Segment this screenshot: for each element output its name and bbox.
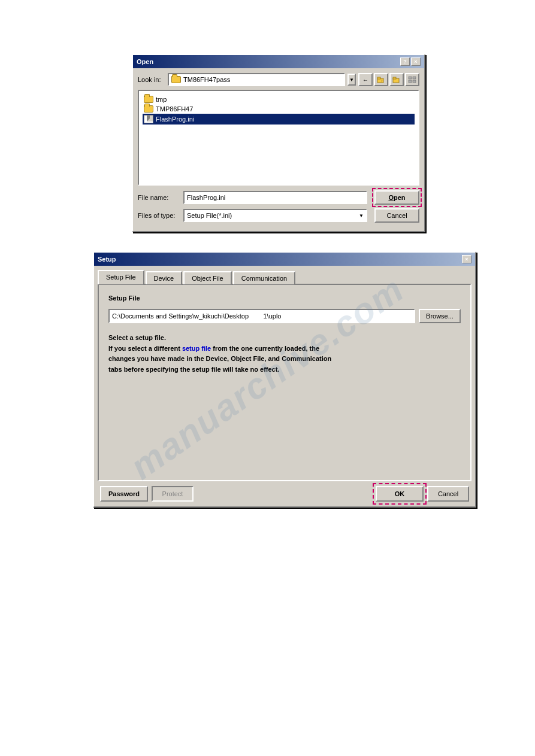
open-button[interactable]: Open [374, 190, 419, 205]
folder-icon [144, 96, 153, 103]
filetype-row: Files of type: Setup File(*.ini) ▼ Cance… [138, 208, 419, 223]
tab-bar: Setup File Device Object File Communicat… [94, 266, 475, 284]
tab-setup-file[interactable]: Setup File [98, 270, 144, 284]
new-folder-button[interactable] [389, 73, 404, 86]
info-line3: changes you have made in the Device, Obj… [108, 354, 461, 365]
svg-rect-7 [409, 80, 412, 83]
list-item[interactable]: FlashProg.ini [143, 114, 415, 125]
info-line1: Select a setup file. [108, 333, 461, 344]
protect-button-label: Protect [162, 490, 183, 497]
open-dialog-body: Look in: TM86FH47pass ▼ ← ↑ [133, 68, 424, 231]
svg-rect-4 [393, 77, 396, 79]
setup-dialog-title: Setup [98, 256, 116, 263]
svg-rect-8 [413, 80, 416, 83]
info-text: Select a setup file. If you select a dif… [108, 333, 461, 375]
setup-cancel-button-label: Cancel [438, 490, 458, 497]
close-button[interactable]: × [411, 57, 421, 66]
tab-communication[interactable]: Communication [233, 271, 295, 284]
folder-icon [171, 76, 181, 83]
setup-file-path-input[interactable] [108, 309, 415, 323]
password-button-label: Password [108, 490, 140, 497]
view-toggle-button[interactable] [405, 73, 419, 86]
open-dialog-title: Open [137, 58, 153, 65]
button-column-2: Cancel [374, 208, 419, 223]
svg-text:↑: ↑ [381, 78, 383, 83]
help-button[interactable]: ? [400, 57, 410, 66]
file-name: FlashProg.ini [156, 116, 194, 123]
setup-file-input-row: Browse... [108, 309, 461, 323]
file-list: tmp TMP86FH47 FlashProg.ini [138, 90, 419, 186]
up-folder-button[interactable]: ↑ [374, 73, 388, 86]
open-dialog: Open ? × Look in: TM86FH47pass ▼ ← ↑ [132, 54, 425, 232]
filename-input[interactable] [183, 191, 367, 204]
lookin-dropdown[interactable]: TM86FH47pass [168, 73, 345, 86]
back-button[interactable]: ← [358, 73, 373, 86]
filename-row: File name: Open [138, 190, 419, 205]
filetype-arrow: ▼ [359, 213, 364, 218]
svg-rect-1 [377, 77, 380, 79]
setup-dialog: Setup × Setup File Device Object File Co… [93, 251, 476, 508]
filetype-value: Setup File(*.ini) [187, 212, 359, 219]
ok-button[interactable]: OK [376, 486, 424, 502]
folder-icon [144, 105, 153, 113]
setup-cancel-button[interactable]: Cancel [427, 486, 469, 502]
info-line2: If you select a different setup file fro… [108, 344, 461, 354]
browse-button[interactable]: Browse... [419, 309, 461, 323]
svg-rect-5 [409, 77, 412, 79]
setup-titlebar-controls: × [462, 255, 471, 263]
protect-button: Protect [152, 486, 194, 502]
setup-close-button[interactable]: × [462, 255, 471, 263]
file-name: tmp [156, 96, 167, 103]
bottom-bar: Password Protect OK Cancel [94, 481, 475, 506]
tab-object-file[interactable]: Object File [183, 271, 232, 284]
tab-communication-label: Communication [241, 275, 287, 282]
tab-device[interactable]: Device [146, 271, 183, 284]
tab-content-panel: Setup File Browse... Select a setup file… [98, 284, 471, 481]
button-column: Open [374, 190, 419, 205]
tab-setup-file-label: Setup File [106, 274, 136, 281]
ok-button-label: OK [395, 490, 405, 497]
cancel-button[interactable]: Cancel [374, 208, 419, 223]
lookin-dropdown-arrow[interactable]: ▼ [347, 74, 356, 86]
password-button[interactable]: Password [100, 486, 148, 502]
filetype-label: Files of type: [138, 212, 180, 219]
open-dialog-titlebar: Open ? × [133, 55, 424, 68]
open-button-label: Open [388, 194, 405, 201]
setup-dialog-titlebar: Setup × [94, 253, 475, 266]
tab-device-label: Device [154, 275, 174, 282]
section-title: Setup File [108, 294, 461, 302]
filetype-select[interactable]: Setup File(*.ini) ▼ [183, 209, 367, 222]
tab-object-file-label: Object File [192, 275, 223, 282]
lookin-label: Look in: [138, 76, 165, 83]
file-name: TMP86FH47 [156, 105, 193, 113]
titlebar-controls: ? × [400, 57, 421, 66]
list-item[interactable]: TMP86FH47 [143, 104, 415, 114]
lookin-row: Look in: TM86FH47pass ▼ ← ↑ [138, 73, 419, 86]
lookin-value: TM86FH47pass [183, 76, 341, 83]
list-item[interactable]: tmp [143, 95, 415, 104]
toolbar-buttons: ← ↑ [358, 73, 419, 86]
file-icon [144, 115, 153, 123]
browse-button-label: Browse... [426, 312, 454, 320]
info-line4: tabs before specifying the setup file wi… [108, 365, 461, 375]
filename-label: File name: [138, 194, 180, 201]
svg-rect-6 [413, 77, 416, 79]
cancel-button-label: Cancel [386, 212, 407, 219]
